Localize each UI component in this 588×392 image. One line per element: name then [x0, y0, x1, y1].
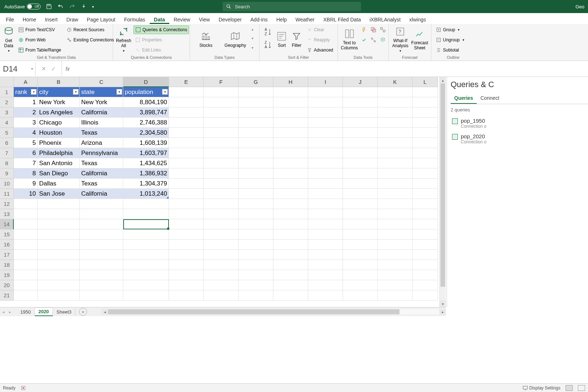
remove-duplicates-button[interactable]: [369, 25, 377, 34]
cell[interactable]: [378, 250, 413, 260]
cell[interactable]: Philadelphia: [38, 148, 80, 158]
data-validation-button[interactable]: [360, 36, 368, 44]
table-header-state[interactable]: state▾: [80, 87, 123, 97]
cell[interactable]: [343, 219, 378, 229]
cell[interactable]: 7: [14, 158, 38, 168]
tab-help[interactable]: Help: [272, 15, 291, 24]
undo-icon[interactable]: [57, 3, 64, 10]
scroll-up-icon[interactable]: ▴: [440, 77, 446, 83]
geography-button[interactable]: Geography: [221, 25, 249, 53]
row-header-3[interactable]: 3: [0, 107, 14, 118]
cell[interactable]: [80, 209, 123, 219]
sheet-nav-first-icon[interactable]: ◂: [0, 308, 7, 316]
cell[interactable]: [169, 260, 204, 270]
datatype-up-icon[interactable]: ▴: [252, 27, 253, 31]
cell[interactable]: 1,304,379: [123, 179, 169, 189]
cell[interactable]: [378, 270, 413, 280]
row-header-7[interactable]: 7: [0, 148, 14, 158]
cell[interactable]: Texas: [80, 158, 123, 168]
cell[interactable]: [378, 219, 413, 229]
cell[interactable]: 1: [14, 97, 38, 107]
relationships-button[interactable]: [369, 36, 377, 44]
cell[interactable]: [38, 219, 80, 229]
cell[interactable]: [343, 260, 378, 270]
cell[interactable]: [413, 280, 438, 290]
cell[interactable]: [273, 280, 308, 290]
cell[interactable]: [169, 270, 204, 280]
cell[interactable]: Dallas: [38, 179, 80, 189]
recent-sources-button[interactable]: Recent Sources: [65, 25, 116, 34]
cell[interactable]: [123, 209, 169, 219]
cell[interactable]: [343, 229, 378, 240]
cell[interactable]: [273, 229, 308, 240]
tab-view[interactable]: View: [195, 15, 214, 24]
column-header-K[interactable]: K: [378, 77, 413, 87]
pane-tab-queries[interactable]: Queries: [451, 93, 477, 104]
cell[interactable]: [343, 290, 378, 301]
cell[interactable]: San Diego: [38, 168, 80, 179]
autosave-toggle[interactable]: Off: [27, 4, 41, 9]
hscroll-thumb[interactable]: [108, 309, 399, 314]
touch-mode-icon[interactable]: [80, 3, 87, 10]
cell[interactable]: Arizona: [80, 138, 123, 148]
cell[interactable]: [343, 199, 378, 209]
row-header-8[interactable]: 8: [0, 158, 14, 168]
column-header-I[interactable]: I: [308, 77, 343, 87]
redo-icon[interactable]: [69, 3, 75, 10]
cell[interactable]: [273, 219, 308, 229]
cell[interactable]: [308, 280, 343, 290]
cell[interactable]: [378, 229, 413, 240]
cell[interactable]: 1,013,240: [123, 189, 169, 199]
row-header-15[interactable]: 15: [0, 229, 14, 240]
row-header-21[interactable]: 21: [0, 290, 14, 301]
cell[interactable]: [413, 219, 438, 229]
search-input[interactable]: [235, 4, 357, 9]
row-header-6[interactable]: 6: [0, 138, 14, 148]
sort-desc-button[interactable]: ZA: [262, 38, 273, 52]
column-header-C[interactable]: C: [80, 77, 123, 87]
cell[interactable]: [239, 240, 273, 250]
cell[interactable]: [239, 260, 273, 270]
filter-button[interactable]: Filter: [290, 25, 303, 53]
cell[interactable]: [413, 229, 438, 240]
macro-record-icon[interactable]: [21, 385, 26, 391]
cell[interactable]: [343, 240, 378, 250]
tab-ixbrlanalyst[interactable]: iXBRLAnalyst: [365, 15, 405, 24]
existing-connections-button[interactable]: Existing Connections: [65, 36, 116, 44]
column-header-L[interactable]: L: [413, 77, 438, 87]
cell[interactable]: [413, 290, 438, 301]
cell[interactable]: [413, 270, 438, 280]
tab-data[interactable]: Data: [150, 15, 169, 24]
cell[interactable]: [80, 229, 123, 240]
cell[interactable]: Texas: [80, 128, 123, 138]
column-header-A[interactable]: A: [14, 77, 38, 87]
cell[interactable]: California: [80, 189, 123, 199]
sheet-tab-2020[interactable]: 2020: [35, 307, 53, 316]
row-header-17[interactable]: 17: [0, 250, 14, 260]
sheet-tab-Sheet3[interactable]: Sheet3: [53, 308, 75, 316]
cell[interactable]: [343, 209, 378, 219]
cell[interactable]: [343, 280, 378, 290]
cell[interactable]: [308, 219, 343, 229]
cell[interactable]: 1,608,139: [123, 138, 169, 148]
cell[interactable]: [204, 240, 239, 250]
cell[interactable]: [378, 280, 413, 290]
from-web-button[interactable]: From Web: [17, 36, 63, 44]
cell[interactable]: [239, 270, 273, 280]
sheet-nav-last-icon[interactable]: ▸: [7, 308, 13, 316]
cell[interactable]: [38, 199, 80, 209]
cell[interactable]: New York: [38, 97, 80, 107]
cell[interactable]: [169, 240, 204, 250]
cell[interactable]: [123, 229, 169, 240]
cell[interactable]: [273, 240, 308, 250]
row-header-12[interactable]: 12: [0, 199, 14, 209]
cell[interactable]: [123, 270, 169, 280]
cell[interactable]: 2,746,388: [123, 118, 169, 128]
cell[interactable]: [308, 270, 343, 280]
query-item-pop_2020[interactable]: pop_2020Connection o: [451, 131, 588, 147]
group-button[interactable]: Group▾: [434, 25, 466, 34]
datatype-more-icon[interactable]: ▾: [252, 46, 253, 50]
cell[interactable]: California: [80, 168, 123, 179]
from-table-range-button[interactable]: From Table/Range: [17, 46, 63, 54]
row-header-5[interactable]: 5: [0, 128, 14, 138]
